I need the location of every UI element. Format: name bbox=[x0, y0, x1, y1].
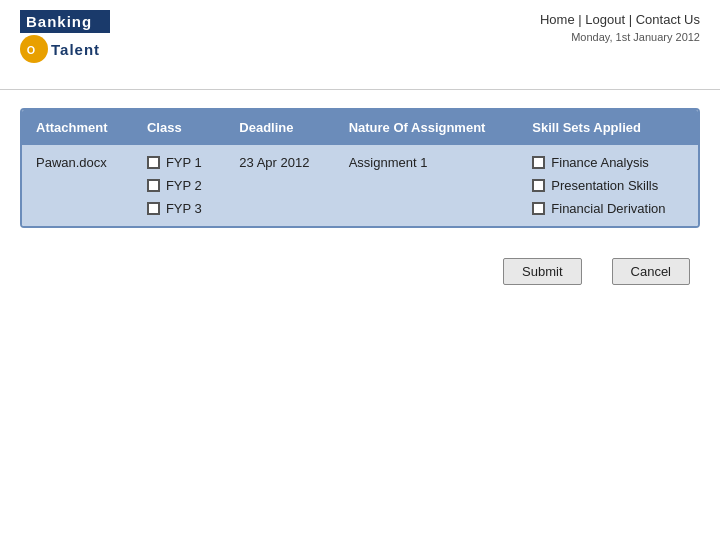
svg-text:O: O bbox=[27, 44, 35, 56]
class-checkbox-1[interactable] bbox=[147, 156, 160, 169]
class-label-3: FYP 3 bbox=[166, 201, 202, 216]
class-label-2: FYP 2 bbox=[166, 178, 202, 193]
table-header-row: Attachment Class Deadline Nature Of Assi… bbox=[22, 110, 698, 145]
table-row: Pawan.docx FYP 1 FYP 2 FYP 3 bbox=[22, 145, 698, 226]
logo: Banking O Talent bbox=[20, 10, 110, 63]
header: Banking O Talent Home | Logout | Contact… bbox=[0, 0, 720, 90]
header-date: Monday, 1st January 2012 bbox=[540, 31, 700, 43]
col-skillsets: Skill Sets Applied bbox=[518, 110, 698, 145]
col-class: Class bbox=[133, 110, 225, 145]
logo-on-row: O Talent bbox=[20, 35, 110, 63]
cell-deadline: 23 Apr 2012 bbox=[225, 145, 334, 226]
logo-svg: O bbox=[25, 40, 43, 58]
main-content: Attachment Class Deadline Nature Of Assi… bbox=[0, 90, 720, 303]
skill-label-2: Presentation Skills bbox=[551, 178, 658, 193]
cell-attachment: Pawan.docx bbox=[22, 145, 133, 226]
cell-skillsets: Finance Analysis Presentation Skills Fin… bbox=[518, 145, 698, 226]
class-item-2: FYP 2 bbox=[147, 178, 211, 193]
logout-link[interactable]: Logout bbox=[585, 12, 625, 27]
class-checkbox-2[interactable] bbox=[147, 179, 160, 192]
logo-talent-text: Talent bbox=[51, 41, 100, 58]
skill-item-2: Presentation Skills bbox=[532, 178, 684, 193]
skill-item-3: Financial Derivation bbox=[532, 201, 684, 216]
class-label-1: FYP 1 bbox=[166, 155, 202, 170]
nav-separator-2: | bbox=[629, 12, 636, 27]
skill-checkbox-3[interactable] bbox=[532, 202, 545, 215]
class-item-1: FYP 1 bbox=[147, 155, 211, 170]
skill-label-1: Finance Analysis bbox=[551, 155, 649, 170]
submit-button[interactable]: Submit bbox=[503, 258, 581, 285]
home-link[interactable]: Home bbox=[540, 12, 575, 27]
header-nav: Home | Logout | Contact Us Monday, 1st J… bbox=[540, 12, 700, 43]
footer-buttons: Submit Cancel bbox=[20, 258, 700, 285]
col-deadline: Deadline bbox=[225, 110, 334, 145]
skill-item-1: Finance Analysis bbox=[532, 155, 684, 170]
class-checkbox-3[interactable] bbox=[147, 202, 160, 215]
skill-label-3: Financial Derivation bbox=[551, 201, 665, 216]
logo-banking-text: Banking bbox=[20, 10, 110, 33]
assignment-table-wrapper: Attachment Class Deadline Nature Of Assi… bbox=[20, 108, 700, 228]
logo-icon: O bbox=[20, 35, 48, 63]
col-attachment: Attachment bbox=[22, 110, 133, 145]
contact-link[interactable]: Contact Us bbox=[636, 12, 700, 27]
nav-links: Home | Logout | Contact Us bbox=[540, 12, 700, 27]
cell-assignment: Assignment 1 bbox=[335, 145, 519, 226]
skill-checkbox-2[interactable] bbox=[532, 179, 545, 192]
skill-checkbox-1[interactable] bbox=[532, 156, 545, 169]
col-nature: Nature Of Assignment bbox=[335, 110, 519, 145]
assignment-table: Attachment Class Deadline Nature Of Assi… bbox=[22, 110, 698, 226]
cell-class: FYP 1 FYP 2 FYP 3 bbox=[133, 145, 225, 226]
class-item-3: FYP 3 bbox=[147, 201, 211, 216]
cancel-button[interactable]: Cancel bbox=[612, 258, 690, 285]
